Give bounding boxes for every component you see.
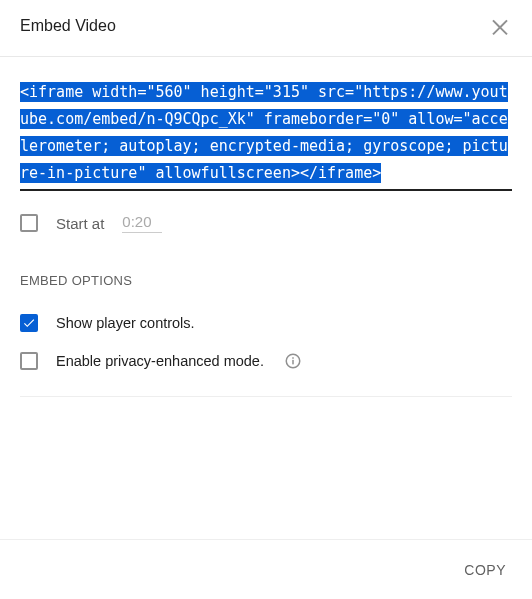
show-controls-row: Show player controls. bbox=[20, 314, 512, 332]
show-controls-checkbox[interactable] bbox=[20, 314, 38, 332]
privacy-row: Enable privacy-enhanced mode. bbox=[20, 352, 512, 370]
dialog-title: Embed Video bbox=[20, 17, 116, 35]
embed-code-textarea[interactable]: <iframe width="560" height="315" src="ht… bbox=[20, 79, 512, 191]
start-at-row: Start at bbox=[20, 213, 512, 233]
copy-button[interactable]: COPY bbox=[464, 562, 506, 578]
privacy-label: Enable privacy-enhanced mode. bbox=[56, 353, 264, 369]
start-at-input[interactable] bbox=[122, 213, 162, 233]
dialog-header: Embed Video bbox=[0, 0, 532, 57]
privacy-checkbox[interactable] bbox=[20, 352, 38, 370]
close-icon[interactable] bbox=[488, 14, 512, 38]
info-icon[interactable] bbox=[284, 352, 302, 370]
embed-options-title: EMBED OPTIONS bbox=[20, 273, 512, 288]
svg-rect-1 bbox=[292, 360, 294, 365]
spacer bbox=[20, 397, 512, 527]
dialog-body: <iframe width="560" height="315" src="ht… bbox=[0, 57, 532, 527]
start-at-label: Start at bbox=[56, 215, 104, 232]
start-at-checkbox[interactable] bbox=[20, 214, 38, 232]
embed-code-text: <iframe width="560" height="315" src="ht… bbox=[20, 82, 508, 183]
svg-rect-2 bbox=[292, 357, 294, 359]
dialog-footer: COPY bbox=[0, 539, 532, 599]
show-controls-label: Show player controls. bbox=[56, 315, 195, 331]
